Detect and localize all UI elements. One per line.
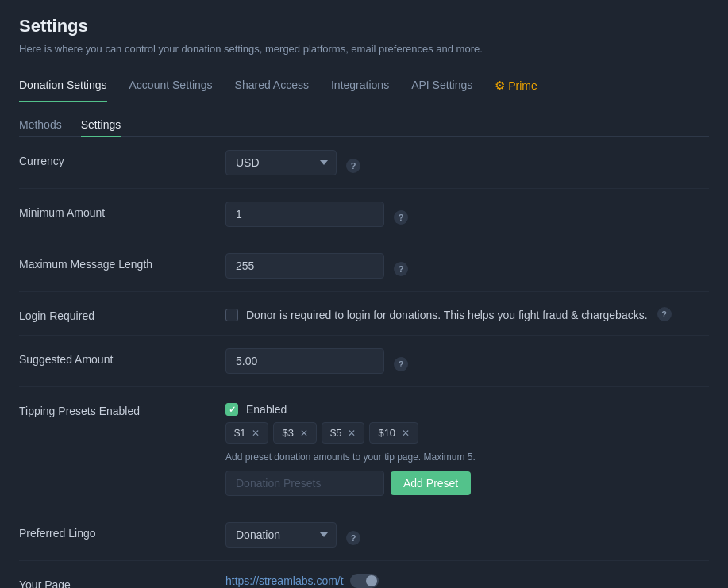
minimum-amount-control: ? [225,202,709,227]
tipping-presets-enabled-label: Enabled [246,403,287,416]
tab-donation-settings[interactable]: Donation Settings [19,71,107,102]
currency-select[interactable]: USD EUR GBP CAD AUD [225,150,337,175]
preferred-lingo-help-icon[interactable]: ? [346,531,360,545]
preset-tag-value: $1 [234,427,245,439]
max-message-length-label: Maximum Message Length [19,253,225,271]
tipping-presets-checkbox[interactable] [225,403,238,416]
preferred-lingo-select[interactable]: Donation Tip Contribution [225,522,337,548]
max-message-length-control: ? [225,253,709,279]
login-required-label: Login Required [19,305,225,322]
minimum-amount-help-icon[interactable]: ? [394,210,408,225]
preset-tag-value: $10 [378,427,395,439]
prime-icon: ⚙ [495,79,505,93]
preset-tag-remove-2[interactable]: ✕ [348,429,356,438]
currency-row: Currency USD EUR GBP CAD AUD ? [19,137,709,189]
currency-control: USD EUR GBP CAD AUD ? [225,150,709,175]
login-required-row: Login Required Donor is required to logi… [19,292,709,336]
settings-section: Currency USD EUR GBP CAD AUD ? Minimum A… [19,137,709,588]
login-required-checkbox[interactable] [225,309,238,321]
preset-tag: $1 ✕ [225,422,268,444]
minimum-amount-row: Minimum Amount ? [19,189,709,240]
page-url-toggle-thumb [366,575,377,586]
preferred-lingo-row: Preferred Lingo Donation Tip Contributio… [19,509,709,561]
your-page-label: Your Page [19,574,225,588]
preset-hint: Add preset donation amounts to your tip … [225,452,709,463]
login-required-checkbox-label: Donor is required to login for donations… [246,309,648,321]
login-required-checkbox-wrapper: Donor is required to login for donations… [225,306,648,321]
preset-tag: $5 ✕ [322,422,364,444]
preset-tag-remove-0[interactable]: ✕ [252,429,260,438]
page-url-text: https://streamlabs.com/t [225,575,344,587]
add-preset-button[interactable]: Add Preset [391,471,471,495]
preset-add-row: Add Preset [225,471,709,496]
suggested-amount-row: Suggested Amount ? [19,336,709,387]
tab-api-settings[interactable]: API Settings [411,71,472,102]
suggested-amount-label: Suggested Amount [19,348,225,366]
sub-tab-methods[interactable]: Methods [19,113,62,137]
login-required-help-icon[interactable]: ? [657,307,672,321]
tipping-presets-row: Tipping Presets Enabled Enabled $1 ✕ $3 [19,387,709,509]
top-tabs: Donation Settings Account Settings Share… [19,71,709,102]
preset-tags: $1 ✕ $3 ✕ $5 ✕ $10 ✕ [225,422,709,444]
suggested-amount-help-icon[interactable]: ? [394,357,408,371]
tipping-presets-label: Tipping Presets Enabled [19,400,225,417]
tipping-presets-enabled-wrapper: Enabled [225,400,709,416]
login-required-control: Donor is required to login for donations… [225,305,709,321]
preset-tag-remove-3[interactable]: ✕ [402,429,410,438]
sub-tabs: Methods Settings [19,102,709,137]
minimum-amount-input[interactable] [225,202,384,227]
page-container: Settings Here is where you can control y… [0,0,728,588]
page-url-toggle[interactable] [350,574,379,588]
max-message-length-help-icon[interactable]: ? [394,262,408,276]
tab-integrations[interactable]: Integrations [331,71,389,102]
page-title: Settings [19,16,709,37]
currency-help-icon[interactable]: ? [346,159,360,173]
tab-prime[interactable]: ⚙ Prime [495,71,537,102]
presets-area: $1 ✕ $3 ✕ $5 ✕ $10 ✕ [225,422,709,496]
suggested-amount-control: ? [225,348,709,374]
preset-tag: $3 ✕ [273,422,316,444]
preset-tag-remove-1[interactable]: ✕ [300,429,308,438]
preset-tag: $10 ✕ [369,422,418,444]
sub-tab-settings[interactable]: Settings [81,113,121,137]
currency-label: Currency [19,150,225,167]
preferred-lingo-label: Preferred Lingo [19,522,225,540]
suggested-amount-input[interactable] [225,348,384,374]
your-page-control: https://streamlabs.com/t Want to customi… [225,574,709,588]
preferred-lingo-control: Donation Tip Contribution ? [225,522,709,548]
page-description: Here is where you can control your donat… [19,43,709,55]
tipping-presets-control: Enabled $1 ✕ $3 ✕ $5 ✕ [225,400,709,496]
tab-shared-access[interactable]: Shared Access [235,71,309,102]
your-page-area: https://streamlabs.com/t Want to customi… [225,574,426,588]
page-url-row: https://streamlabs.com/t [225,574,426,588]
your-page-row: Your Page https://streamlabs.com/t Want … [19,561,709,588]
minimum-amount-label: Minimum Amount [19,202,225,219]
preset-tag-value: $5 [330,427,341,439]
tab-account-settings[interactable]: Account Settings [129,71,213,102]
max-message-length-input[interactable] [225,253,384,279]
preset-donation-input[interactable] [225,471,384,496]
max-message-length-row: Maximum Message Length ? [19,240,709,292]
preset-tag-value: $3 [282,427,293,439]
